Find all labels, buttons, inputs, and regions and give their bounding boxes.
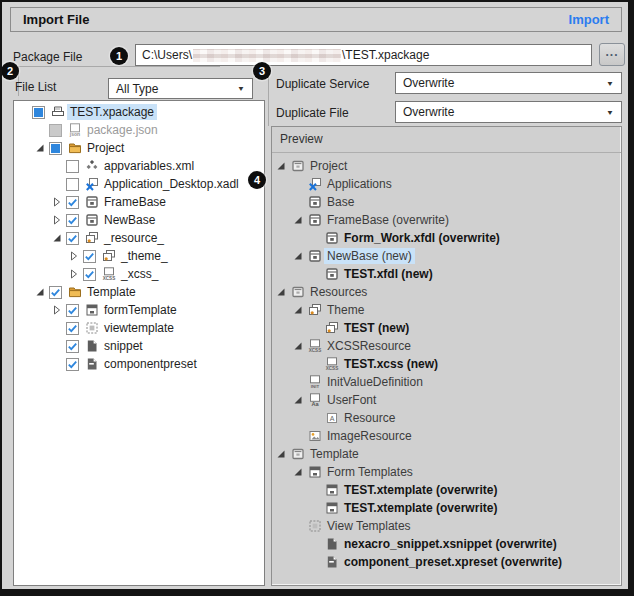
browse-button[interactable]: ... [599,43,625,66]
arrow-spacer [310,537,324,551]
arrow-spacer [310,483,324,497]
tree-item-imageresource[interactable]: ImageResource [272,427,621,445]
checkbox-checked[interactable] [66,358,79,371]
checkbox-checked[interactable] [66,214,79,227]
frame-icon [324,231,339,245]
tree-item-nexacro-snippet-xsnippet-overwrite[interactable]: nexacro_snippet.xsnippet (overwrite) [272,535,621,553]
tree-item-component-preset-xpreset-overwrite[interactable]: component_preset.xpreset (overwrite) [272,553,621,571]
tree-indent [276,472,293,473]
collapse-arrow-icon[interactable] [276,285,290,299]
tree-item-newbase-new[interactable]: NewBase (new) [272,247,621,265]
checkbox-checked[interactable] [83,268,96,281]
tree-item-form-templates[interactable]: Form Templates [272,463,621,481]
tree-item-framebase-overwrite[interactable]: FrameBase (overwrite) [272,211,621,229]
tree-item-base[interactable]: Base [272,193,621,211]
expand-arrow-icon[interactable] [52,213,66,227]
expand-arrow-icon[interactable] [69,267,83,281]
tree-item-componentpreset[interactable]: componentpreset [14,355,264,373]
tree-item-label: FrameBase (overwrite) [324,212,452,228]
checkbox-checked[interactable] [83,250,96,263]
tree-item-test-xpackage[interactable]: TEST.xpackage [14,103,264,121]
tree-item-resource[interactable]: _resource_ [14,229,264,247]
collapse-arrow-icon[interactable] [293,303,307,317]
collapse-arrow-icon[interactable] [293,249,307,263]
chevron-down-icon: ▼ [606,79,614,87]
tree-indent [276,274,310,275]
collapse-arrow-icon[interactable] [52,231,66,245]
window-icon [290,285,305,299]
collapse-arrow-icon[interactable] [276,159,290,173]
tree-item-project[interactable]: Project [272,157,621,175]
tree-item-initvaluedefinition[interactable]: INITInitValueDefinition [272,373,621,391]
collapse-arrow-icon[interactable] [293,465,307,479]
collapse-arrow-icon[interactable] [293,339,307,353]
tree-item-userfont[interactable]: AaUserFont [272,391,621,409]
tree-item-test-xtemplate-overwrite[interactable]: TEST.xtemplate (overwrite) [272,481,621,499]
tree-item-label: XCSSResource [324,338,414,354]
tree-item-applications[interactable]: Applications [272,175,621,193]
expand-arrow-icon[interactable] [52,303,66,317]
step-badge-2: 2 [1,62,19,80]
arrow-spacer [310,501,324,515]
tree-item-framebase[interactable]: FrameBase [14,193,264,211]
tree-item-package-json[interactable]: jsonpackage.json [14,121,264,139]
tree-item-form-work-xfdl-overwrite[interactable]: Form_Work.xfdl (overwrite) [272,229,621,247]
tree-item-xcss[interactable]: XCSS_xcss_ [14,265,264,283]
import-button[interactable]: Import [569,12,609,27]
tree-item-label: Project [307,158,350,174]
tree-item-resources[interactable]: Resources [272,283,621,301]
tree-item-label: Base [324,194,357,210]
checkbox-unchecked[interactable] [66,160,79,173]
file-type-combobox[interactable]: All Type ▼ [108,78,253,99]
tree-item-xcssresource[interactable]: XCSSXCSSResource [272,337,621,355]
tree-item-label: UserFont [324,392,379,408]
collapse-arrow-icon[interactable] [293,213,307,227]
tree-item-test-xcss-new[interactable]: XCSSTEST.xcss (new) [272,355,621,373]
tree-item-theme[interactable]: Theme [272,301,621,319]
tree-item-view-templates[interactable]: View Templates [272,517,621,535]
duplicate-service-combobox[interactable]: Overwrite ▼ [395,72,622,94]
folder-icon [67,285,82,299]
collapse-arrow-icon[interactable] [35,285,49,299]
collapse-arrow-icon[interactable] [276,447,290,461]
tree-item-project[interactable]: Project [14,139,264,157]
checkbox-checked[interactable] [66,322,79,335]
checkbox-checked[interactable] [66,196,79,209]
tree-item-appvariables-xml[interactable]: appvariables.xml [14,157,264,175]
tree-item-template[interactable]: Template [272,445,621,463]
tree-item-newbase[interactable]: NewBase [14,211,264,229]
tree-item-viewtemplate[interactable]: viewtemplate [14,319,264,337]
checkbox-checked[interactable] [49,286,62,299]
tree-indent [276,490,310,491]
tree-indent [276,310,293,311]
collapse-arrow-icon[interactable] [35,141,49,155]
tree-item-resource[interactable]: AResource [272,409,621,427]
tree-item-test-xfdl-new[interactable]: TEST.xfdl (new) [272,265,621,283]
duplicate-file-combobox[interactable]: Overwrite ▼ [395,101,622,123]
tree-item-snippet[interactable]: snippet [14,337,264,355]
tree-item-formtemplate[interactable]: formTemplate [14,301,264,319]
expand-arrow-icon[interactable] [69,249,83,263]
tree-item-label: View Templates [324,518,414,534]
tree-item-label: Resource [341,410,398,426]
checkbox-unchecked[interactable] [66,178,79,191]
tree-item-test-new[interactable]: TEST (new) [272,319,621,337]
checkbox-checked[interactable] [66,304,79,317]
theme-icon [307,303,322,317]
package-file-input[interactable]: C:\Users\\TEST.xpackage [135,44,592,66]
tree-item-test-xtemplate-overwrite[interactable]: TEST.xtemplate (overwrite) [272,499,621,517]
collapse-arrow-icon[interactable] [293,393,307,407]
arrow-spacer [293,519,307,533]
redacted-path-segment [193,49,341,62]
checkbox-partial[interactable] [32,106,45,119]
checkbox-checked[interactable] [66,232,79,245]
tree-item-template[interactable]: Template [14,283,264,301]
tree-item-application-desktop-xadl[interactable]: Application_Desktop.xadl [14,175,264,193]
tree-item-theme[interactable]: _theme_ [14,247,264,265]
checkbox-partial[interactable] [49,142,62,155]
arrow-spacer [35,123,49,137]
checkbox-checked[interactable] [66,340,79,353]
expand-arrow-icon[interactable] [52,195,66,209]
letter-icon: A [324,411,339,425]
tree-item-label: TEST.xfdl (new) [341,266,436,282]
